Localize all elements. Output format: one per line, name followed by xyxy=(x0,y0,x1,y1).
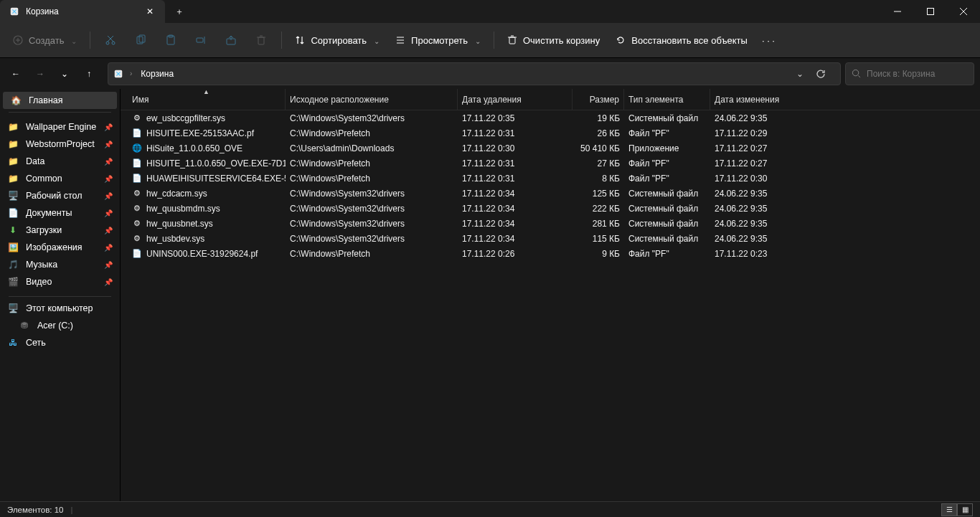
table-row[interactable]: ⚙hw_quusbmdm.sysC:\Windows\System32\driv… xyxy=(121,201,980,216)
sidebar-item-network[interactable]: 🖧 Сеть xyxy=(0,334,120,351)
sidebar-item-pinned[interactable]: 🖼️Изображения📌 xyxy=(0,239,120,256)
drive-icon: ⛃ xyxy=(19,320,30,331)
sidebar-item-pinned[interactable]: 🖥️Рабочий стол📌 xyxy=(0,187,120,204)
column-header-del[interactable]: Дата удаления xyxy=(458,89,573,110)
file-mod: 24.06.22 9:35 xyxy=(710,234,818,244)
sidebar-item-pinned[interactable]: 📁Common📌 xyxy=(0,170,120,187)
file-icon: ⚙ xyxy=(132,204,142,214)
breadcrumb-item[interactable]: Корзина xyxy=(138,67,176,80)
cut-button[interactable] xyxy=(96,27,125,53)
status-count: Элементов: 10 xyxy=(7,506,63,514)
sidebar-item-home[interactable]: 🏠 Главная xyxy=(3,92,117,109)
column-header-mod[interactable]: Дата изменения xyxy=(710,89,818,110)
table-row[interactable]: 📄HISUITE_11.0.0.650_OVE.EXE-7D131...C:\W… xyxy=(121,156,980,171)
file-name: HUAWEIHISUITESERVICE64.EXE-50... xyxy=(146,174,286,184)
file-del: 17.11.22 0:35 xyxy=(458,113,573,123)
file-type: Файл "PF" xyxy=(624,158,710,169)
sort-asc-icon: ▲ xyxy=(203,88,209,95)
column-header-orig[interactable]: Исходное расположение xyxy=(286,89,458,110)
new-tab-button[interactable]: ＋ xyxy=(165,0,194,23)
search-icon xyxy=(852,69,861,78)
file-type: Приложение xyxy=(624,143,710,153)
more-button[interactable]: · · · xyxy=(756,31,781,50)
tab-active[interactable]: Корзина ✕ xyxy=(0,0,165,23)
create-button[interactable]: Создать xyxy=(6,31,84,50)
sidebar-pinned-group: 📁Wallpaper Engine📌📁WebstormProject📌📁Data… xyxy=(0,115,120,293)
table-row[interactable]: ⚙hw_quusbnet.sysC:\Windows\System32\driv… xyxy=(121,216,980,231)
up-button[interactable]: ↑ xyxy=(79,64,99,84)
tab-close-icon[interactable]: ✕ xyxy=(143,5,156,18)
table-row[interactable]: ⚙ew_usbccgpfilter.sysC:\Windows\System32… xyxy=(121,110,980,125)
file-type: Системный файл xyxy=(624,204,710,214)
file-icon: ⚙ xyxy=(132,219,142,229)
view-button[interactable]: Просмотреть xyxy=(388,31,488,50)
rename-button[interactable] xyxy=(187,27,215,53)
file-size: 125 КБ xyxy=(573,189,624,199)
file-size: 19 КБ xyxy=(573,113,624,123)
search-input[interactable] xyxy=(867,69,974,79)
column-header-size[interactable]: Размер xyxy=(573,89,624,110)
sidebar-item-label: Рабочий стол xyxy=(26,191,82,201)
table-row[interactable]: 📄HUAWEIHISUITESERVICE64.EXE-50...C:\Wind… xyxy=(121,171,980,186)
copy-button[interactable] xyxy=(126,27,155,53)
table-row[interactable]: 🌐HiSuite_11.0.0.650_OVEC:\Users\admin\Do… xyxy=(121,141,980,156)
desktop-icon: 🖥️ xyxy=(7,190,19,201)
file-orig: C:\Windows\Prefetch xyxy=(286,174,458,184)
file-del: 17.11.22 0:34 xyxy=(458,189,573,199)
share-button[interactable] xyxy=(217,27,245,53)
sidebar-item-pinned[interactable]: 📄Документы📌 xyxy=(0,204,120,222)
column-header-name[interactable]: Имя ▲ xyxy=(128,89,286,110)
thumbnails-view-button[interactable]: ▦ xyxy=(957,503,973,516)
sidebar-item-pinned[interactable]: 📁Data📌 xyxy=(0,153,120,170)
file-mod: 17.11.22 0:23 xyxy=(710,249,818,259)
maximize-button[interactable] xyxy=(914,0,947,23)
table-row[interactable]: ⚙hw_cdcacm.sysC:\Windows\System32\driver… xyxy=(121,186,980,201)
address-dropdown-button[interactable]: ⌄ xyxy=(790,69,810,79)
pin-icon: 📌 xyxy=(104,141,113,148)
svg-rect-25 xyxy=(509,37,515,44)
sidebar-item-pinned[interactable]: 🎬Видео📌 xyxy=(0,273,120,290)
address-bar[interactable]: › Корзина ⌄ xyxy=(108,62,841,85)
details-view-button[interactable]: ☰ xyxy=(941,503,957,516)
close-button[interactable] xyxy=(947,0,980,23)
create-label: Создать xyxy=(29,35,64,46)
table-row[interactable]: 📄HISUITE.EXE-25153AAC.pfC:\Windows\Prefe… xyxy=(121,125,980,141)
minimize-button[interactable] xyxy=(881,0,914,23)
file-type: Файл "PF" xyxy=(624,174,710,184)
sidebar-item-pinned[interactable]: ⬇Загрузки📌 xyxy=(0,222,120,239)
delete-button[interactable] xyxy=(247,27,275,53)
table-row[interactable]: 📄UNINS000.EXE-31929624.pfC:\Windows\Pref… xyxy=(121,246,980,261)
pin-icon: 📌 xyxy=(104,227,113,234)
sidebar-item-pinned[interactable]: 📁WebstormProject📌 xyxy=(0,136,120,153)
file-name: HISUITE_11.0.0.650_OVE.EXE-7D131... xyxy=(146,158,286,169)
file-icon: ⚙ xyxy=(132,189,142,199)
svg-point-9 xyxy=(112,42,115,44)
folder-icon: 📁 xyxy=(7,173,19,184)
sidebar-item-label: Common xyxy=(26,174,62,184)
forward-button[interactable]: → xyxy=(30,64,50,84)
file-mod: 17.11.22 0:27 xyxy=(710,143,818,153)
table-row[interactable]: ⚙hw_usbdev.sysC:\Windows\System32\driver… xyxy=(121,231,980,246)
folder-icon: 📁 xyxy=(7,156,19,167)
file-orig: C:\Windows\System32\drivers xyxy=(286,189,458,199)
sidebar-item-drive[interactable]: ⛃ Acer (C:) xyxy=(0,317,120,334)
file-orig: C:\Windows\Prefetch xyxy=(286,249,458,259)
file-size: 26 КБ xyxy=(573,128,624,138)
sidebar-item-pinned[interactable]: 🎵Музыка📌 xyxy=(0,256,120,273)
paste-button[interactable] xyxy=(156,27,185,53)
file-icon: 🌐 xyxy=(132,143,142,153)
file-size: 8 КБ xyxy=(573,174,624,184)
column-header-type[interactable]: Тип элемента xyxy=(624,89,710,110)
sidebar-item-pinned[interactable]: 📁Wallpaper Engine📌 xyxy=(0,118,120,136)
empty-bin-button[interactable]: Очистить корзину xyxy=(500,31,607,50)
refresh-button[interactable] xyxy=(816,69,836,79)
sort-button[interactable]: Сортировать xyxy=(288,31,387,50)
pin-icon: 📌 xyxy=(104,158,113,166)
back-button[interactable]: ← xyxy=(6,64,26,84)
search-box[interactable] xyxy=(845,62,974,85)
folder-icon: 📁 xyxy=(7,121,19,133)
file-mod: 24.06.22 9:35 xyxy=(710,113,818,123)
restore-all-button[interactable]: Восстановить все объекты xyxy=(608,31,755,50)
sidebar-item-computer[interactable]: 🖥️ Этот компьютер xyxy=(0,300,120,317)
recent-button[interactable]: ⌄ xyxy=(55,64,75,84)
